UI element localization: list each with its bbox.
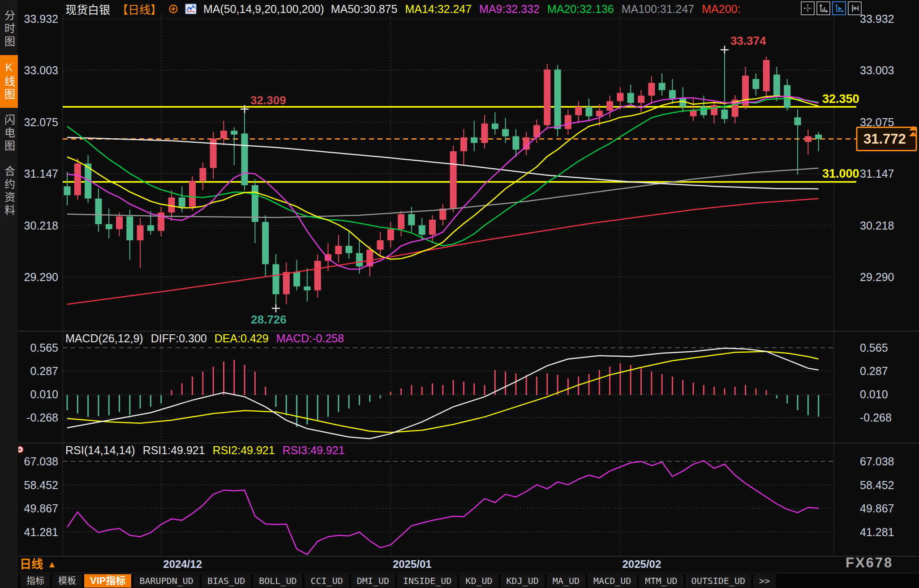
macd-diff-value: DIFF:0.300 — [151, 332, 207, 345]
axis-tick: -0.268 — [860, 411, 892, 424]
axis-tick: -0.268 — [26, 411, 58, 424]
period-selector[interactable]: 日线 ▲ — [20, 558, 56, 571]
tab-bias_ud[interactable]: BIAS_UD — [202, 574, 251, 588]
tab-barupdn_ud[interactable]: BARUPDN_UD — [133, 574, 199, 588]
axis-tick: 33.003 — [24, 64, 58, 77]
sidebar-item-time-chart[interactable]: 分时图 — [0, 4, 18, 55]
axis-tick: 31.147 — [24, 167, 58, 180]
ma-legend-item: MA14:32.247 — [405, 3, 472, 16]
axis-tick: 67.038 — [24, 455, 58, 468]
axis-tick: 58.452 — [24, 479, 58, 491]
axis-play-icon[interactable] — [832, 1, 846, 15]
tab-cci_ud[interactable]: CCI_UD — [305, 574, 348, 588]
macd-dea-value: DEA:0.429 — [215, 332, 269, 345]
ma-legend-item: MA200: — [702, 3, 740, 16]
sidebar: 分时图K线图闪电图合约资料 — [0, 0, 18, 588]
tab-boll_ud[interactable]: BOLL_UD — [253, 574, 302, 588]
ma-params: MA(50,14,9,20,100,200) — [203, 3, 324, 16]
tab-指标[interactable]: 指标 — [21, 574, 50, 588]
axis-tick: 0.287 — [860, 365, 888, 377]
axis-tick: 2025/01 — [393, 558, 432, 570]
rsi2-value: RSI2:49.921 — [213, 444, 275, 457]
crosshair-icon[interactable] — [801, 1, 815, 15]
axis-tick: 58.452 — [860, 479, 894, 491]
tab-vip指标[interactable]: VIP指标 — [84, 574, 131, 588]
tab-模板[interactable]: 模板 — [52, 574, 82, 588]
axis-tick: 31.000 — [822, 167, 859, 180]
period-arrow-icon: ▲ — [47, 558, 56, 571]
tab-dmi_ud[interactable]: DMI_UD — [351, 574, 395, 588]
rsi-title: RSI(14,14,14) — [65, 444, 135, 457]
axis-tick: 32.075 — [24, 116, 58, 128]
axis-tick: 0.010 — [860, 388, 888, 401]
sidebar-item-contract-info[interactable]: 合约资料 — [0, 159, 18, 224]
axis-tick: 0.010 — [30, 388, 58, 401]
period-tag: 【日线】 — [117, 1, 162, 17]
axis-scale-icon[interactable] — [816, 1, 830, 15]
ma-legend-item: MA100:31.247 — [622, 3, 695, 16]
ma-legend-item: MA20:32.136 — [547, 3, 614, 16]
period-label: 日线 — [20, 558, 43, 571]
axis-tick: 32.075 — [860, 116, 894, 128]
chart-type-icon[interactable] — [185, 4, 197, 14]
axis-tick: 33.932 — [24, 13, 58, 25]
axis-tick: 49.867 — [860, 502, 894, 515]
axis-tick: 30.218 — [24, 219, 58, 232]
tab-kdj_ud[interactable]: KDJ_UD — [501, 574, 545, 588]
rsi3-value: RSI3:49.921 — [283, 444, 345, 457]
axis-tick: 33.932 — [860, 13, 894, 25]
chart-stage: 33.93233.93233.00333.00332.07532.07531.1… — [0, 0, 919, 588]
axis-tick: 29.290 — [24, 271, 58, 283]
chart-header: 现货白银 【日线】 MA(50,14,9,20,100,200) MA50:30… — [65, 2, 740, 16]
chart-canvas[interactable]: 33.93233.93233.00333.00332.07532.07531.1… — [0, 0, 919, 588]
axis-tick: 0.287 — [30, 365, 58, 377]
axis-tick: 31.772 — [863, 131, 906, 147]
macd-macd-value: MACD:-0.258 — [276, 332, 344, 345]
axis-tick: 67.038 — [860, 455, 894, 468]
macd-title: MACD(26,12,9) — [65, 332, 143, 345]
rsi1-value: RSI1:49.921 — [143, 444, 205, 457]
macd-header: MACD(26,12,9) DIFF:0.300 DEA:0.429 MACD:… — [65, 332, 344, 345]
ma-legend-item: MA9:32.332 — [479, 3, 540, 16]
axis-tick: 49.867 — [24, 502, 58, 515]
price-annotation: 32.309 — [250, 94, 286, 107]
axis-tick: 41.281 — [24, 526, 58, 538]
indicator-tabbar: 指标模板VIP指标BARUPDN_UDBIAS_UDBOLL_UDCCI_UDD… — [18, 573, 919, 588]
price-annotation: 33.374 — [730, 34, 766, 47]
axis-tick: 31.147 — [860, 167, 894, 180]
axis-tick: 30.218 — [860, 219, 894, 232]
watermark: FX678 — [846, 555, 893, 571]
axis-tick: 0.565 — [30, 341, 58, 354]
sidebar-item-kline-chart[interactable]: K线图 — [0, 55, 18, 108]
axis-tick: 33.003 — [860, 64, 894, 77]
sidebar-item-lightning-chart[interactable]: 闪电图 — [0, 108, 18, 159]
symbol-name: 现货白银 — [65, 1, 110, 17]
axis-tick: 2024/12 — [163, 558, 202, 570]
panel-collapse-icon[interactable] — [848, 1, 862, 15]
axis-tick: 0.565 — [860, 341, 888, 354]
tab-inside_ud[interactable]: INSIDE_UD — [397, 574, 457, 588]
axis-tick: 32.350 — [822, 92, 859, 106]
tab-mtm_ud[interactable]: MTM_UD — [639, 574, 683, 588]
axis-tick: 2025/02 — [623, 558, 661, 570]
tab-outside_ud[interactable]: OUTSIDE_UD — [686, 574, 751, 588]
tab-kd_ud[interactable]: KD_UD — [460, 574, 498, 588]
rsi-header: RSI(14,14,14) RSI1:49.921 RSI2:49.921 RS… — [65, 444, 345, 457]
axis-tick: 41.281 — [860, 526, 894, 538]
axis-tick: 29.290 — [860, 271, 894, 283]
top-toolbar — [801, 1, 862, 15]
tab-ma_ud[interactable]: MA_UD — [547, 574, 585, 588]
price-annotation: 28.726 — [251, 313, 287, 326]
ma-legend-item: MA50:30.875 — [331, 3, 398, 16]
tab--[interactable]: >> — [753, 574, 776, 588]
add-indicator-icon[interactable] — [168, 4, 178, 14]
ma-legend: MA50:30.875MA14:32.247MA9:32.332MA20:32.… — [331, 3, 741, 16]
tab-macd_ud[interactable]: MACD_UD — [588, 574, 637, 588]
